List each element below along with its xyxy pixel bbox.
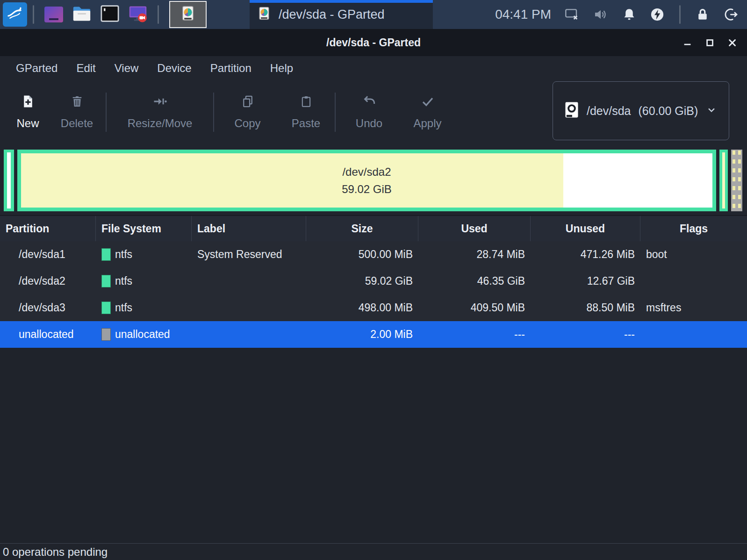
filesystem-color-swatch [101,248,111,261]
kali-logo-icon [6,4,24,25]
device-selector-dropdown[interactable]: /dev/sda (60.00 GiB) [553,81,729,140]
taskbar-window-button[interactable]: /dev/sda - GParted [250,0,433,29]
menu-help[interactable]: Help [261,59,302,78]
table-row-sda3[interactable]: /dev/sda3 ntfs 498.00 MiB 409.50 MiB 88.… [0,294,747,321]
taskbar-window-title: /dev/sda - GParted [279,7,385,22]
partition-segment-sda3[interactable] [719,150,728,211]
gparted-icon [257,7,271,22]
column-header-unused[interactable]: Unused [531,216,640,241]
partition-visual-bar: /dev/sda2 59.02 GiB [0,145,747,215]
undo-arrow-icon [362,93,376,109]
toolbar-separator [335,93,336,132]
checkmark-icon [421,93,435,109]
gparted-window: /dev/sda - GParted GParted Edit View Dev… [0,29,747,560]
filesystem-color-swatch [101,302,111,314]
desktop-taskbar: /dev/sda - GParted 04:41 PM [0,0,747,29]
screen-share-off-icon[interactable] [564,7,579,22]
column-header-partition[interactable]: Partition [0,216,96,241]
new-partition-button[interactable]: New [6,92,50,130]
undo-button[interactable]: Undo [338,92,401,130]
launcher-files-app[interactable] [42,2,66,27]
kali-menu-button[interactable] [3,2,27,27]
partition-segment-sda2[interactable]: /dev/sda2 59.02 GiB [17,150,716,211]
partition-segment-sda1[interactable] [4,150,14,211]
lock-screen-icon[interactable] [696,7,710,22]
menu-bar: GParted Edit View Device Partition Help [0,56,747,80]
paste-button[interactable]: Paste [279,92,333,130]
pending-operations-text: 0 operations pending [3,546,108,559]
selection-hatch [738,151,741,210]
taskbar-separator [33,5,34,24]
column-header-filesystem[interactable]: File System [96,216,192,241]
delete-partition-button[interactable]: Delete [50,92,104,130]
taskbar-separator [158,5,159,24]
close-button[interactable] [725,35,740,50]
filesystem-color-swatch [101,275,111,287]
table-row-sda1[interactable]: /dev/sda1 ntfs System Reserved 500.00 Mi… [0,241,747,268]
selection-hatch [733,151,735,210]
column-header-used[interactable]: Used [418,216,531,241]
launcher-terminal[interactable] [98,2,122,27]
copy-button[interactable]: Copy [216,92,279,130]
notifications-bell-icon[interactable] [622,7,636,22]
column-header-flags[interactable]: Flags [640,216,747,241]
table-row-unallocated-selected[interactable]: unallocated unallocated 2.00 MiB --- --- [0,321,747,348]
resize-arrow-icon [152,93,168,109]
device-path: /dev/sda [587,104,631,118]
copy-icon [241,93,254,109]
device-size: (60.00 GiB) [639,104,698,118]
new-document-icon [21,93,35,109]
launcher-file-manager[interactable] [70,2,94,27]
apply-button[interactable]: Apply [401,92,454,130]
hard-disk-icon [563,101,580,121]
segment-used-space [722,152,725,208]
menu-edit[interactable]: Edit [67,59,105,78]
toolbar-separator [106,93,107,132]
toolbar: New Delete Resize/Move [0,80,747,145]
launcher-screen-recorder[interactable] [126,2,150,27]
segment-label: /dev/sda2 59.02 GiB [21,153,712,208]
menu-view[interactable]: View [105,59,148,78]
status-bar: 0 operations pending [0,543,747,560]
gparted-icon [180,6,196,23]
power-manager-icon[interactable] [650,7,664,22]
chevron-down-icon [705,104,718,118]
terminal-icon [100,5,120,24]
window-title: /dev/sda - GParted [326,36,421,49]
segment-free-space [7,152,11,208]
column-header-size[interactable]: Size [306,216,418,241]
segment-partition-name: /dev/sda2 [342,163,391,180]
menu-partition[interactable]: Partition [201,59,261,78]
partition-segment-unallocated[interactable] [731,150,742,211]
volume-icon[interactable] [593,7,608,22]
maximize-button[interactable] [702,35,718,50]
taskbar-separator [679,5,681,24]
segment-partition-size: 59.02 GiB [342,180,392,198]
menu-gparted[interactable]: GParted [7,59,67,78]
resize-move-button[interactable]: Resize/Move [108,92,211,130]
clipboard-icon [300,93,312,109]
menu-device[interactable]: Device [148,59,201,78]
minimize-button[interactable] [680,35,696,50]
column-header-label[interactable]: Label [192,216,306,241]
toolbar-separator [213,93,214,132]
table-row-sda2[interactable]: /dev/sda2 ntfs 59.02 GiB 46.35 GiB 12.67… [0,268,747,294]
table-empty-area [0,348,747,543]
filesystem-color-swatch [101,328,111,341]
folder-icon [72,4,92,25]
screen-recorder-icon [128,4,148,25]
logout-icon[interactable] [724,7,739,22]
launcher-gparted-active[interactable] [169,1,207,28]
window-titlebar[interactable]: /dev/sda - GParted [0,29,747,56]
trash-icon [71,93,84,109]
table-header: Partition File System Label Size Used Un… [0,215,747,241]
app-window-icon [44,7,63,22]
taskbar-clock[interactable]: 04:41 PM [495,7,551,22]
